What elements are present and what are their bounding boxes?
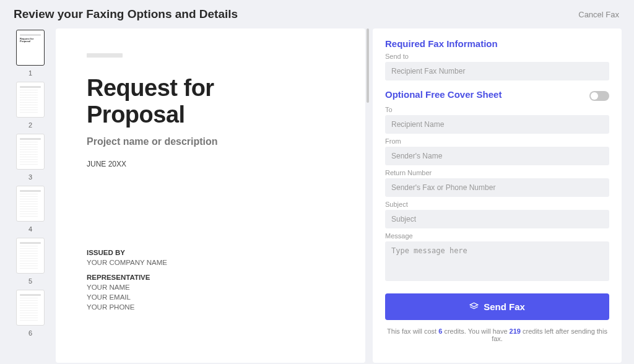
required-section-title: Required Fax Information [385,38,609,49]
thumb-page-2[interactable] [16,82,45,118]
thumb-label: 5 [12,277,48,285]
toggle-knob [591,92,598,100]
doc-logo-placeholder [87,53,123,58]
message-textarea[interactable] [385,241,609,281]
send-fax-button[interactable]: Send Fax [385,293,609,320]
recipient-name-input[interactable] [385,115,609,134]
thumb-label: 1 [12,69,48,77]
thumb-page-5[interactable] [16,238,45,274]
rep-email: YOUR EMAIL [87,293,334,301]
page-title: Review your Faxing Options and Details [14,7,238,21]
return-number-input[interactable] [385,178,609,197]
return-label: Return Number [385,169,609,176]
thumb-label: 6 [12,329,48,337]
thumb-page-6[interactable] [16,290,45,326]
credit-mid: credits. You will have [442,327,509,335]
thumb-page-4[interactable] [16,186,45,222]
to-label: To [385,106,609,113]
cancel-fax-link[interactable]: Cancel Fax [578,10,619,19]
credit-remain: 219 [510,327,521,335]
credit-prefix: This fax will cost [387,327,438,335]
issued-by-value: YOUR COMPANY NAME [87,259,334,266]
doc-date: JUNE 20XX [87,160,334,168]
content: Request forProposal 1 2 3 4 5 6 Request … [0,28,634,363]
sender-name-input[interactable] [385,147,609,165]
subject-input[interactable] [385,210,609,228]
thumbnail-strip: Request forProposal 1 2 3 4 5 6 [12,28,48,363]
thumb-label: 3 [12,173,48,181]
representative-label: REPRESENTATIVE [87,274,150,281]
issued-by-label: ISSUED BY [87,249,125,256]
doc-footer: ISSUED BY YOUR COMPANY NAME REPRESENTATI… [87,249,334,311]
doc-title-line1: Request for [87,75,214,101]
doc-title-line2: Proposal [87,102,185,128]
scrollbar[interactable] [367,28,369,103]
doc-subtitle: Project name or description [87,136,334,147]
send-button-label: Send Fax [484,301,525,312]
thumb-page-1[interactable]: Request forProposal [16,30,45,66]
doc-title: Request for Proposal [87,75,334,128]
fax-form-panel: Required Fax Information Send to Optiona… [373,28,622,363]
rep-name: YOUR NAME [87,284,334,291]
send-icon [469,302,479,311]
recipient-fax-input[interactable] [385,62,609,80]
cover-sheet-toggle[interactable] [589,91,609,101]
rep-phone: YOUR PHONE [87,303,334,311]
thumb-label: 4 [12,225,48,233]
thumb-label: 2 [12,121,48,129]
credit-note: This fax will cost 6 credits. You will h… [385,327,609,342]
sendto-label: Send to [385,53,609,60]
optional-section-title: Optional Free Cover Sheet [385,89,502,100]
subject-label: Subject [385,201,609,208]
from-label: From [385,137,609,145]
message-label: Message [385,232,609,240]
document-preview: Request for Proposal Project name or des… [56,28,365,363]
header: Review your Faxing Options and Details C… [0,0,634,28]
thumb-page-3[interactable] [16,134,45,170]
